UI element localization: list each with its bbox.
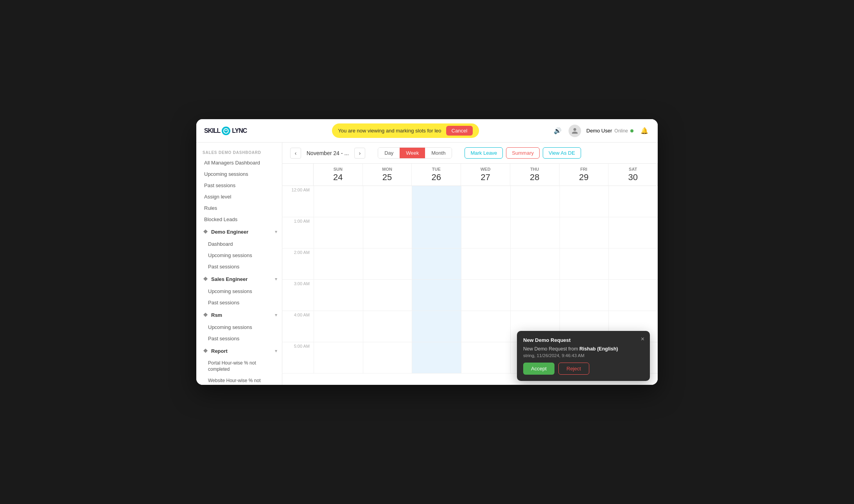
thu-cell-0[interactable] bbox=[511, 186, 560, 217]
sidebar-group-rsm[interactable]: ❖ Rsm ▾ bbox=[196, 308, 282, 322]
sidebar-label: Dashboard bbox=[208, 241, 233, 247]
notification-body: New Demo Request from Rishab (English) bbox=[523, 346, 644, 352]
sun-cell-4[interactable] bbox=[314, 311, 363, 342]
notif-detail: string, bbox=[523, 353, 535, 358]
app-logo: SKILL LYNC bbox=[204, 127, 259, 135]
wed-column[interactable] bbox=[461, 186, 510, 374]
sidebar-label: Upcoming sessions bbox=[208, 288, 252, 294]
sun-cell-5[interactable] bbox=[314, 342, 363, 374]
sidebar-group-sales-engineer[interactable]: ❖ Sales Engineer ▾ bbox=[196, 272, 282, 286]
sidebar-group-demo-engineer[interactable]: ❖ Demo Engineer ▾ bbox=[196, 225, 282, 238]
online-status: Online bbox=[614, 128, 628, 134]
sidebar-item-de-past[interactable]: Past sessions bbox=[196, 261, 282, 272]
sat-cell-1[interactable] bbox=[609, 217, 658, 248]
wed-cell-2[interactable] bbox=[461, 248, 510, 280]
calendar-nav: ‹ November 24 - ... › bbox=[290, 148, 365, 159]
wed-cell-5[interactable] bbox=[461, 342, 510, 374]
avatar[interactable] bbox=[569, 125, 581, 137]
view-as-de-button[interactable]: View As DE bbox=[543, 147, 581, 159]
sidebar-label: Upcoming sessions bbox=[208, 324, 252, 330]
sidebar-item-blocked-leads[interactable]: Blocked Leads bbox=[196, 214, 282, 225]
sidebar-item-de-dashboard[interactable]: Dashboard bbox=[196, 238, 282, 250]
sat-cell-0[interactable] bbox=[609, 186, 658, 217]
mon-cell-5[interactable] bbox=[363, 342, 412, 374]
tue-cell-4[interactable] bbox=[412, 311, 461, 342]
group-icon-rsm: ❖ bbox=[202, 311, 209, 318]
sun-column[interactable] bbox=[314, 186, 363, 374]
week-view-button[interactable]: Week bbox=[400, 148, 425, 158]
sun-cell-0[interactable] bbox=[314, 186, 363, 217]
fri-cell-0[interactable] bbox=[560, 186, 609, 217]
sidebar-group-report[interactable]: ❖ Report ▾ bbox=[196, 344, 282, 357]
sun-cell-3[interactable] bbox=[314, 280, 363, 311]
thu-cell-1[interactable] bbox=[511, 217, 560, 248]
tue-cell-2[interactable] bbox=[412, 248, 461, 280]
sun-day-num: 24 bbox=[316, 172, 360, 182]
month-view-button[interactable]: Month bbox=[425, 148, 452, 158]
sidebar-label: Assign level bbox=[204, 194, 231, 200]
notification-close-button[interactable]: × bbox=[641, 336, 644, 343]
wed-cell-0[interactable] bbox=[461, 186, 510, 217]
sidebar-item-upcoming[interactable]: Upcoming sessions bbox=[196, 168, 282, 180]
wed-cell-4[interactable] bbox=[461, 311, 510, 342]
mon-column[interactable] bbox=[363, 186, 412, 374]
time-200am: 2:00 AM bbox=[282, 248, 314, 280]
sat-cell-2[interactable] bbox=[609, 248, 658, 280]
summary-button[interactable]: Summary bbox=[506, 147, 540, 159]
mon-cell-3[interactable] bbox=[363, 280, 412, 311]
mon-cell-1[interactable] bbox=[363, 217, 412, 248]
mark-leave-button[interactable]: Mark Leave bbox=[465, 147, 503, 159]
mon-cell-0[interactable] bbox=[363, 186, 412, 217]
accept-button[interactable]: Accept bbox=[523, 363, 554, 375]
sidebar-item-rules[interactable]: Rules bbox=[196, 202, 282, 214]
calendar-toolbar: ‹ November 24 - ... › Day Week Month Mar… bbox=[282, 143, 658, 164]
sidebar-item-rsm-upcoming[interactable]: Upcoming sessions bbox=[196, 322, 282, 333]
wed-day-num: 27 bbox=[463, 172, 508, 182]
calendar-area: ‹ November 24 - ... › Day Week Month Mar… bbox=[282, 143, 658, 385]
next-nav-button[interactable]: › bbox=[354, 148, 365, 159]
view-switcher: Day Week Month bbox=[378, 147, 452, 159]
sidebar-item-de-upcoming[interactable]: Upcoming sessions bbox=[196, 250, 282, 261]
sidebar-item-website-hourwise[interactable]: Website Hour-wise % not completed bbox=[196, 375, 282, 385]
sound-icon[interactable]: 🔊 bbox=[552, 125, 563, 136]
prev-nav-button[interactable]: ‹ bbox=[290, 148, 301, 159]
sidebar-item-past[interactable]: Past sessions bbox=[196, 180, 282, 191]
time-header-cell bbox=[282, 164, 314, 186]
online-indicator bbox=[630, 129, 633, 132]
time-column: 12:00 AM 1:00 AM 2:00 AM 3:00 AM 4:00 AM… bbox=[282, 186, 314, 374]
sidebar-item-assign-level[interactable]: Assign level bbox=[196, 191, 282, 202]
sat-cell-3[interactable] bbox=[609, 280, 658, 311]
fri-day-name: FRI bbox=[562, 167, 606, 172]
time-1200am: 12:00 AM bbox=[282, 186, 314, 217]
sidebar-label: Website Hour-wise % not completed bbox=[208, 378, 276, 385]
sun-cell-2[interactable] bbox=[314, 248, 363, 280]
cancel-button[interactable]: Cancel bbox=[446, 126, 473, 136]
wed-cell-1[interactable] bbox=[461, 217, 510, 248]
fri-cell-3[interactable] bbox=[560, 280, 609, 311]
sun-cell-1[interactable] bbox=[314, 217, 363, 248]
tue-cell-3[interactable] bbox=[412, 280, 461, 311]
fri-cell-2[interactable] bbox=[560, 248, 609, 280]
thu-cell-3[interactable] bbox=[511, 280, 560, 311]
fri-cell-1[interactable] bbox=[560, 217, 609, 248]
sidebar-item-se-upcoming[interactable]: Upcoming sessions bbox=[196, 286, 282, 297]
notification-popup: × New Demo Request New Demo Request from… bbox=[517, 331, 650, 381]
mon-header: MON 25 bbox=[363, 164, 412, 186]
bell-icon[interactable]: 🔔 bbox=[639, 125, 650, 136]
tue-cell-1[interactable] bbox=[412, 217, 461, 248]
thu-cell-2[interactable] bbox=[511, 248, 560, 280]
mon-cell-4[interactable] bbox=[363, 311, 412, 342]
mon-cell-2[interactable] bbox=[363, 248, 412, 280]
tue-cell-0[interactable] bbox=[412, 186, 461, 217]
sidebar-item-rsm-past[interactable]: Past sessions bbox=[196, 333, 282, 344]
thu-day-num: 28 bbox=[513, 172, 557, 182]
reject-button[interactable]: Reject bbox=[558, 363, 589, 375]
tue-cell-5[interactable] bbox=[412, 342, 461, 374]
sidebar-item-all-managers[interactable]: All Managers Dashboard bbox=[196, 157, 282, 168]
sidebar-item-portal-hourwise[interactable]: Portal Hour-wise % not completed bbox=[196, 357, 282, 375]
tue-column[interactable] bbox=[412, 186, 461, 374]
sidebar-item-se-past[interactable]: Past sessions bbox=[196, 297, 282, 308]
wed-cell-3[interactable] bbox=[461, 280, 510, 311]
header-center: You are now viewing and marking slots fo… bbox=[259, 123, 552, 138]
day-view-button[interactable]: Day bbox=[378, 148, 400, 158]
